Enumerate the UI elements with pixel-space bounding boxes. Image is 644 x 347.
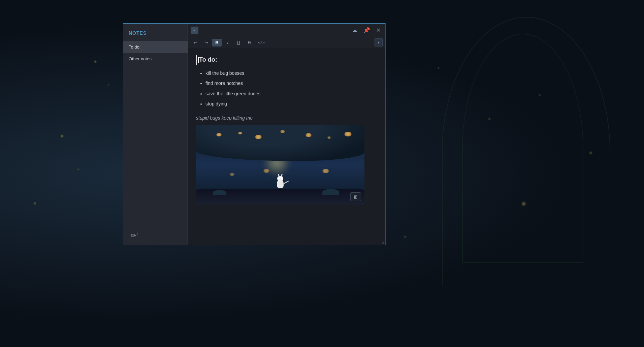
sidebar-footer: ✏+ xyxy=(123,226,188,245)
list-item: save the little green dudes xyxy=(205,90,377,97)
spore xyxy=(280,130,285,133)
notes-window: NOTES To do: Other notes ✏+ « ☁ xyxy=(123,23,386,245)
game-scene xyxy=(196,125,364,204)
bold-label: B xyxy=(215,40,218,45)
underline-label: U xyxy=(237,40,240,45)
sidebar-title: NOTES xyxy=(123,24,188,41)
redo-button[interactable]: ↪ xyxy=(201,39,211,46)
italic-text: stupid bugs keep killing me xyxy=(196,114,377,122)
note-heading: To do: xyxy=(196,55,377,65)
chevron-down-icon: ▾ xyxy=(378,40,380,45)
toolbar-format: ↩ ↪ B I U S </> ▾ xyxy=(188,37,385,48)
game-screenshot: 🗑 xyxy=(196,125,364,204)
sidebar: NOTES To do: Other notes ✏+ xyxy=(123,24,188,245)
spore xyxy=(230,173,234,176)
trash-icon: 🗑 xyxy=(353,194,358,199)
spore xyxy=(238,132,242,134)
sidebar-item-other-label: Other notes xyxy=(129,56,152,61)
resize-handle[interactable]: ⊿ xyxy=(381,241,384,244)
close-button[interactable]: ✕ xyxy=(374,26,383,35)
particle xyxy=(61,135,63,137)
particle xyxy=(94,61,96,63)
sidebar-item-todo-label: To do: xyxy=(129,44,140,50)
cursor xyxy=(198,57,199,63)
new-note-icon: ✏+ xyxy=(131,232,138,239)
new-note-button[interactable]: ✏+ xyxy=(129,230,140,241)
bold-button[interactable]: B xyxy=(212,39,222,46)
close-icon: ✕ xyxy=(376,27,381,33)
particle xyxy=(438,67,439,69)
particle xyxy=(108,84,109,86)
toolbar-top: « ☁ 📌 ✕ xyxy=(188,24,385,37)
mushroom xyxy=(213,190,226,195)
collapse-button[interactable]: « xyxy=(191,27,198,34)
bg-arch-decoration-2 xyxy=(462,34,583,263)
cloud-icon: ☁ xyxy=(352,27,357,33)
cloud-button[interactable]: ☁ xyxy=(350,26,359,35)
list-item: find more notches xyxy=(205,80,377,87)
list-item-text: save the little green dudes xyxy=(205,91,260,96)
note-list: kill the bug bosses find more notches sa… xyxy=(196,69,377,108)
mushroom xyxy=(322,189,339,195)
particle xyxy=(34,202,36,204)
strikethrough-button[interactable]: S xyxy=(245,39,254,46)
editor-content[interactable]: To do: kill the bug bosses find more not… xyxy=(188,48,385,245)
editor-area: « ☁ 📌 ✕ ↩ ↪ xyxy=(188,24,385,245)
window-controls: ☁ 📌 ✕ xyxy=(350,26,383,35)
resize-icon: ⊿ xyxy=(381,241,384,244)
particle xyxy=(404,236,406,238)
undo-button[interactable]: ↩ xyxy=(191,39,200,46)
list-item-text: find more notches xyxy=(205,81,243,86)
code-label: </> xyxy=(258,40,265,45)
code-button[interactable]: </> xyxy=(255,39,267,46)
pin-icon: 📌 xyxy=(363,27,370,33)
list-item: stop dying xyxy=(205,100,377,107)
list-item: kill the bug bosses xyxy=(205,69,377,77)
list-item-text: kill the bug bosses xyxy=(205,70,244,76)
spore xyxy=(322,169,329,173)
italic-label: I xyxy=(227,40,228,45)
redo-icon: ↪ xyxy=(204,40,208,45)
more-options-button[interactable]: ▾ xyxy=(375,38,383,46)
sidebar-item-todo[interactable]: To do: xyxy=(123,41,188,53)
spore xyxy=(255,135,262,139)
spore xyxy=(327,136,331,139)
delete-image-button[interactable]: 🗑 xyxy=(350,192,361,201)
sidebar-item-other[interactable]: Other notes xyxy=(123,53,188,65)
collapse-icon: « xyxy=(193,28,196,33)
pin-button[interactable]: 📌 xyxy=(361,26,372,35)
strikethrough-label: S xyxy=(248,40,251,45)
particle xyxy=(77,168,79,170)
spore xyxy=(344,132,352,136)
underline-button[interactable]: U xyxy=(234,39,243,46)
hollow-knight-character xyxy=(277,179,284,190)
undo-icon: ↩ xyxy=(194,40,197,45)
italic-button[interactable]: I xyxy=(223,39,232,46)
list-item-text: stop dying xyxy=(205,101,227,106)
